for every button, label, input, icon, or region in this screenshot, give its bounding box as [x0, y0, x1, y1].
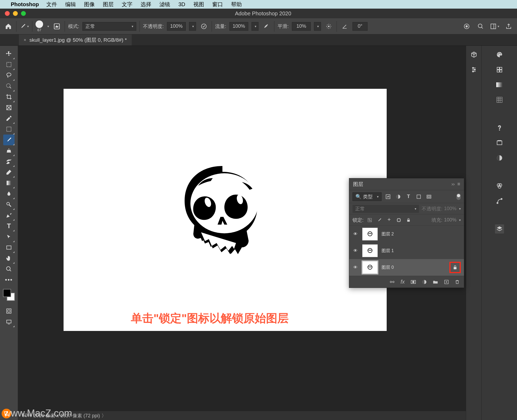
pen-tool[interactable]: [3, 210, 15, 221]
frame-tool[interactable]: [3, 102, 15, 113]
menu-help[interactable]: 帮助: [231, 1, 242, 8]
color-swatches[interactable]: [3, 289, 15, 301]
edit-toolbar-icon[interactable]: •••: [3, 274, 15, 285]
layer-thumbnail[interactable]: [362, 261, 378, 274]
quick-select-tool[interactable]: [3, 81, 15, 91]
healing-tool[interactable]: [3, 124, 15, 135]
menu-select[interactable]: 选择: [141, 1, 151, 8]
menu-filter[interactable]: 滤镜: [159, 1, 170, 8]
learn-panel-icon[interactable]: [495, 123, 504, 132]
fill-value[interactable]: 100%: [444, 217, 456, 223]
marquee-tool[interactable]: [3, 59, 15, 70]
adjustment-layer-icon[interactable]: [422, 280, 427, 284]
gradient-tool[interactable]: [3, 178, 15, 188]
zoom-window-button[interactable]: [21, 11, 26, 16]
flow-dropdown[interactable]: ▾: [251, 22, 258, 31]
type-tool[interactable]: T: [3, 221, 15, 231]
path-select-tool[interactable]: [3, 231, 15, 242]
share-icon[interactable]: [504, 22, 513, 31]
filter-toggle[interactable]: [456, 193, 461, 200]
clone-stamp-tool[interactable]: [3, 145, 15, 156]
history-brush-tool[interactable]: [3, 156, 15, 167]
status-chevron-icon[interactable]: 〉: [102, 412, 106, 419]
libraries-panel-icon[interactable]: [495, 138, 504, 147]
layer-name[interactable]: 图层 2: [382, 231, 394, 237]
menu-type[interactable]: 文字: [122, 1, 132, 8]
channels-panel-icon[interactable]: [495, 181, 504, 190]
brush-tool-icon[interactable]: ▾: [20, 22, 29, 31]
eraser-tool[interactable]: [3, 167, 15, 178]
rectangle-tool[interactable]: [3, 242, 15, 253]
menu-3d[interactable]: 3D: [178, 1, 185, 8]
menu-window[interactable]: 窗口: [212, 1, 223, 8]
dodge-tool[interactable]: [3, 199, 15, 210]
smooth-options-icon[interactable]: [324, 22, 333, 31]
smooth-input[interactable]: 10%: [292, 22, 311, 31]
workspace-icon[interactable]: ▾: [490, 22, 499, 31]
layer-name[interactable]: 图层 1: [382, 248, 394, 254]
filter-smart-icon[interactable]: [425, 193, 433, 200]
angle-input[interactable]: 0°: [352, 22, 368, 31]
gradients-panel-icon[interactable]: [495, 80, 504, 89]
layers-panel-header[interactable]: 图层 ›› ≡: [349, 178, 464, 190]
lock-artboard-icon[interactable]: [395, 217, 402, 224]
lock-position-icon[interactable]: [386, 217, 393, 224]
layer-row[interactable]: 👁 图层 0: [349, 259, 464, 276]
visibility-icon[interactable]: 👁: [352, 232, 358, 237]
search-icon[interactable]: [476, 22, 485, 31]
layer-opacity-value[interactable]: 100%: [444, 206, 456, 211]
filter-type-icon[interactable]: T: [405, 193, 412, 200]
swatches-panel-icon[interactable]: [495, 65, 504, 74]
color-panel-icon[interactable]: [495, 50, 504, 59]
layer-lock-icon[interactable]: [449, 262, 461, 273]
filter-pixel-icon[interactable]: [384, 193, 392, 200]
menu-edit[interactable]: 编辑: [65, 1, 76, 8]
quick-mask-icon[interactable]: [3, 306, 15, 316]
move-tool[interactable]: [3, 48, 15, 59]
home-icon[interactable]: [4, 22, 13, 31]
flow-input[interactable]: 100%: [229, 22, 248, 31]
new-layer-icon[interactable]: [444, 280, 449, 284]
layer-thumbnail[interactable]: [362, 244, 378, 257]
hand-tool[interactable]: [3, 253, 15, 264]
brush-tool[interactable]: [3, 135, 15, 145]
lock-transparent-icon[interactable]: [366, 217, 373, 224]
smooth-dropdown[interactable]: ▾: [314, 22, 321, 31]
lock-pixels-icon[interactable]: [376, 217, 383, 224]
patterns-panel-icon[interactable]: [495, 95, 504, 104]
layer-name[interactable]: 图层 0: [382, 265, 394, 270]
document-tab[interactable]: × skull_layer1.jpg @ 50% (图层 0, RGB/8#) …: [19, 34, 132, 45]
zoom-tool[interactable]: [3, 264, 15, 274]
layer-row[interactable]: 👁 图层 1: [349, 242, 464, 259]
close-tab-icon[interactable]: ×: [24, 38, 26, 43]
collapse-icon[interactable]: ››: [451, 181, 455, 187]
document-canvas[interactable]: [64, 89, 387, 331]
brush-preset-picker[interactable]: 67: [36, 20, 43, 32]
foreground-color[interactable]: [3, 289, 11, 297]
group-icon[interactable]: [433, 280, 438, 284]
menu-layer[interactable]: 图层: [103, 1, 114, 8]
blend-mode-select[interactable]: 正常▾: [82, 22, 136, 31]
crop-tool[interactable]: [3, 91, 15, 102]
filter-adjust-icon[interactable]: [394, 193, 402, 200]
visibility-icon[interactable]: 👁: [352, 248, 358, 253]
chevron-down-icon[interactable]: ▾: [47, 24, 49, 28]
close-window-button[interactable]: [5, 11, 10, 16]
layer-thumbnail[interactable]: [362, 228, 378, 241]
app-name[interactable]: Photoshop: [11, 1, 39, 8]
airbrush-icon[interactable]: [262, 22, 271, 31]
opacity-dropdown[interactable]: ▾: [189, 22, 196, 31]
delete-layer-icon[interactable]: [455, 279, 460, 285]
panel-menu-icon[interactable]: ≡: [457, 181, 460, 187]
adjustments-panel-icon[interactable]: [495, 153, 504, 163]
menu-image[interactable]: 图像: [84, 1, 95, 8]
properties-panel-icon[interactable]: [469, 65, 478, 74]
filter-type-select[interactable]: 🔍类型▾: [352, 192, 382, 201]
lasso-tool[interactable]: [3, 70, 15, 81]
layer-fx-icon[interactable]: fx: [400, 279, 405, 285]
filter-shape-icon[interactable]: [415, 193, 422, 200]
layer-blend-select[interactable]: 正常▾: [352, 205, 419, 213]
screen-mode-icon[interactable]: [3, 316, 15, 327]
link-layers-icon[interactable]: ⚯: [390, 279, 394, 285]
menu-file[interactable]: 文件: [46, 1, 57, 8]
